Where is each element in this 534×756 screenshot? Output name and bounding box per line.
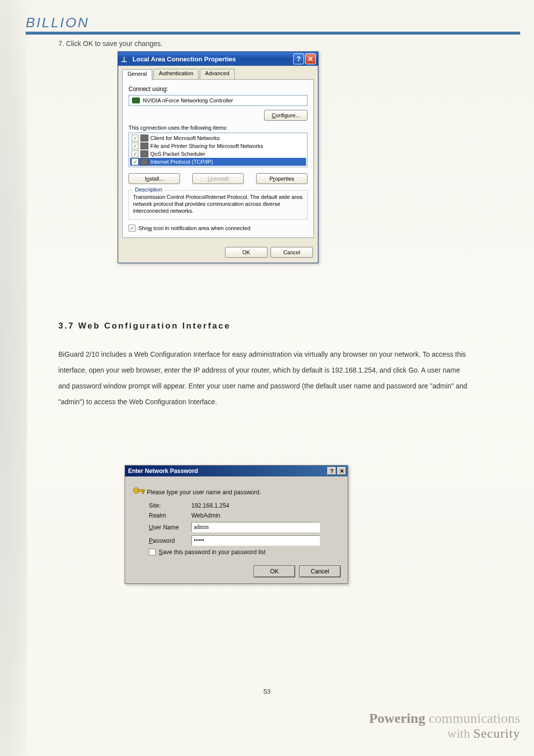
checkbox-icon[interactable] <box>132 135 138 142</box>
password-label: Password <box>149 537 191 544</box>
prompt-text: Please type your user name and password. <box>147 489 261 496</box>
properties-button[interactable]: Properties <box>256 173 308 184</box>
description-legend: Description <box>133 187 164 192</box>
qos-icon <box>140 150 148 157</box>
checkbox-icon[interactable] <box>132 158 138 165</box>
dialog2-titlebar[interactable]: Enter Network Password ? ✕ <box>125 466 348 476</box>
site-label: Site: <box>149 502 191 509</box>
help-button[interactable]: ? <box>327 467 336 475</box>
item-label: QoS Packet Scheduler <box>150 151 205 157</box>
uninstall-button: Uninstall <box>192 173 244 184</box>
tab-authentication[interactable]: Authentication <box>153 69 199 79</box>
list-item[interactable]: Client for Microsoft Networks <box>130 134 306 142</box>
page-binding <box>0 0 27 756</box>
dialog-tabs: General Authentication Advanced <box>122 69 314 80</box>
tagline-with: with <box>447 726 470 741</box>
dialog-titlebar[interactable]: Local Area Connection Properties ? ✕ <box>118 52 318 66</box>
network-icon <box>121 55 130 62</box>
page-number: 53 <box>0 688 534 695</box>
client-icon <box>140 135 148 142</box>
configure-button[interactable]: CConfigure...onfigure... <box>264 110 308 121</box>
password-input[interactable] <box>191 535 320 546</box>
description-group: Description Transmission Control Protoco… <box>129 190 308 220</box>
install-button[interactable]: Install... <box>129 173 180 184</box>
realm-value: WebAdmin <box>191 512 341 519</box>
checkbox-icon[interactable] <box>132 142 138 149</box>
ok-button[interactable]: OK <box>254 566 295 577</box>
checkbox-icon[interactable] <box>132 150 138 157</box>
brand-underline <box>26 32 520 35</box>
list-item[interactable]: File and Printer Sharing for Microsoft N… <box>130 142 306 150</box>
items-listbox[interactable]: Client for Microsoft Networks File and P… <box>129 133 308 167</box>
adapter-name: NVIDIA nForce Networking Controller <box>143 97 233 103</box>
item-label: Internet Protocol (TCP/IP) <box>150 159 213 165</box>
show-icon-checkbox-row[interactable]: Show icon in notification area when conn… <box>129 225 308 232</box>
checkbox-icon[interactable] <box>129 225 135 232</box>
svg-rect-1 <box>138 489 144 491</box>
item-label: Client for Microsoft Networks <box>150 135 220 141</box>
tcpip-icon <box>140 158 148 165</box>
connection-properties-dialog: Local Area Connection Properties ? ✕ Gen… <box>118 51 318 263</box>
tab-general[interactable]: General <box>122 69 152 80</box>
section-body: BiGuard 2/10 includes a Web Configuratio… <box>58 346 469 410</box>
brand-logo: BILLION <box>26 15 139 35</box>
tagline-powering: Powering <box>369 710 425 726</box>
realm-label: Realm <box>149 512 191 519</box>
share-icon <box>140 142 148 149</box>
section-heading: 3.7 Web Configuration Interface <box>58 321 231 331</box>
cancel-button[interactable]: Cancel <box>299 566 341 577</box>
close-button[interactable]: ✕ <box>305 53 316 64</box>
cancel-button[interactable]: Cancel <box>270 247 313 258</box>
brand-text: BILLION <box>26 15 89 30</box>
dialog2-title: Enter Network Password <box>128 468 198 474</box>
items-label: This connection uses the following items… <box>129 125 308 131</box>
username-input[interactable] <box>191 522 320 532</box>
step-7-text: 7. Click OK to save your changes. <box>58 40 163 47</box>
description-text: Transmission Control Protocol/Internet P… <box>133 193 303 214</box>
site-value: 192.168.1.254 <box>191 502 341 509</box>
adapter-icon <box>132 97 140 103</box>
item-label: File and Printer Sharing for Microsoft N… <box>150 143 263 149</box>
tagline-communications: communications <box>429 710 520 726</box>
close-button[interactable]: ✕ <box>337 467 346 475</box>
tagline-security: Security <box>473 726 520 741</box>
connect-using-label: Connect using: <box>129 86 308 93</box>
network-password-dialog: Enter Network Password ? ✕ Please type y… <box>125 465 348 584</box>
general-panel: Connect using: NVIDIA nForce Networking … <box>122 80 314 238</box>
save-password-label: Save this password in your password list <box>159 549 266 556</box>
svg-rect-2 <box>142 491 144 494</box>
key-icon <box>132 485 147 499</box>
save-password-checkbox[interactable] <box>149 549 156 556</box>
adapter-field: NVIDIA nForce Networking Controller <box>129 95 308 106</box>
dialog-title: Local Area Connection Properties <box>133 55 292 63</box>
footer-tagline: Powering communications with Security <box>369 710 520 741</box>
ok-button[interactable]: OK <box>225 247 267 258</box>
list-item-selected[interactable]: Internet Protocol (TCP/IP) <box>130 158 306 166</box>
username-label: User Name <box>149 524 191 531</box>
tab-advanced[interactable]: Advanced <box>200 69 235 79</box>
show-icon-label: Show icon in notification area when conn… <box>138 225 250 231</box>
list-item[interactable]: QoS Packet Scheduler <box>130 150 306 158</box>
help-button[interactable]: ? <box>293 53 304 64</box>
